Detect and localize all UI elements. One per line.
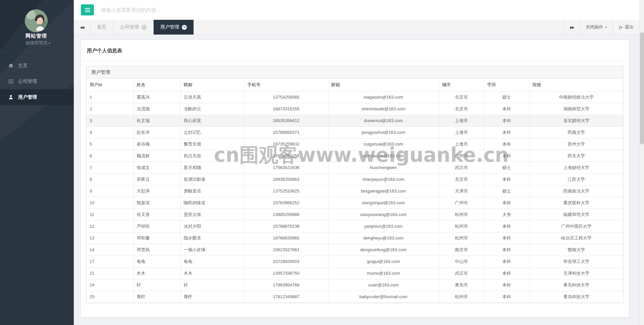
table-row[interactable]: 25青柠青柠17812345687babycoder@foxmail.com杭州… xyxy=(87,291,623,303)
cell: 16873315255 xyxy=(244,103,328,115)
cell: 杭州市 xyxy=(439,291,484,303)
cell: weimaocai@163.com xyxy=(328,150,439,162)
cell: 咖啡的味道 xyxy=(180,197,244,209)
close-icon[interactable]: ✕ xyxy=(182,25,187,30)
cell: 17812345687 xyxy=(244,291,328,303)
cell: 夏高兴 xyxy=(133,91,180,103)
table-row[interactable]: 3杜文瑞我心寂寞16535356412duwenrui@163.com上海市本科… xyxy=(87,115,623,126)
cell: 17563522636 xyxy=(244,162,328,173)
user-table-body: 1夏高兴云淡天高13754258565xiagaoxin@163.com北京市硕… xyxy=(87,91,623,303)
cell: 1 xyxy=(87,91,133,103)
cell: mumu@163.com xyxy=(328,267,439,279)
cell: 中山市 xyxy=(439,256,484,267)
cell: 天津市 xyxy=(439,185,484,197)
table-row[interactable]: 12严经纶冰封夕阳15788875236yanjinlun@163.com杭州市… xyxy=(87,220,623,232)
cell: 西北大学 xyxy=(529,150,623,162)
cell: 邵夜云 xyxy=(133,173,180,185)
topbar xyxy=(74,0,639,20)
cell: 冷酷的云 xyxy=(180,103,244,115)
cell: cuiguhuai@163.com xyxy=(328,138,439,150)
search-input[interactable] xyxy=(101,7,309,13)
cell: 邓和豫 xyxy=(133,232,180,244)
cell: 15785658371 xyxy=(244,126,328,138)
sidebar-item-users[interactable]: 用户管理 xyxy=(0,89,74,105)
table-row[interactable]: 7侯成文星月相随17563522636huochengwen武汉市硕士上海财经大… xyxy=(87,162,623,173)
cell: 一顿小皮锤 xyxy=(180,244,244,256)
tab-label: 首页 xyxy=(97,24,106,30)
table-row[interactable]: 21木木木木13957336750mumu@163.com武汉市本科天津科技大学 xyxy=(87,267,623,279)
cell: 16535356412 xyxy=(244,115,328,126)
logout-label: 退出 xyxy=(625,24,634,30)
tab-home[interactable]: 首页 xyxy=(90,20,113,35)
cell: 11 xyxy=(87,209,133,220)
table-row[interactable]: 13邓和豫隐水酣龙18766635865dengheyu@163.com杭州市本… xyxy=(87,232,623,244)
hamburger-icon[interactable] xyxy=(81,4,94,15)
table-row[interactable]: 14邓雪风一顿小皮锤15623527861dengxuefeng@163.com… xyxy=(87,244,623,256)
cell: 崔谷槐 xyxy=(133,138,180,150)
close-operations-dropdown[interactable]: 关闭操作 ▾ xyxy=(580,20,612,35)
cell: 哈尔滨工程大学 xyxy=(529,232,623,244)
cell: 18936258863 xyxy=(244,173,328,185)
content-area: 用户个人信息表 用户管理 用户Id姓名昵称手机号邮箱城市学历院校 1夏高兴云淡天… xyxy=(74,35,639,325)
sidebar-item-home[interactable]: 主页 xyxy=(0,58,74,73)
cell: dengheyu@163.com xyxy=(328,232,439,244)
cell: 北京市 xyxy=(439,173,484,185)
user-info-card: 用户个人信息表 用户管理 用户Id姓名昵称手机号邮箱城市学历院校 1夏高兴云淡天… xyxy=(80,40,629,317)
user-panel: 用户管理 用户Id姓名昵称手机号邮箱城市学历院校 1夏高兴云淡天高1375425… xyxy=(86,66,624,303)
table-row[interactable]: 10熊新觉咖啡的味道15763968252xiongxinjue@163.com… xyxy=(87,197,623,209)
column-header: 昵称 xyxy=(180,78,244,91)
table-row[interactable]: 6魏茂材风过无痕17898763255weimaocai@163.com广州市本… xyxy=(87,150,623,162)
cell: 25 xyxy=(87,291,133,303)
page-title: 用户个人信息表 xyxy=(81,40,629,61)
close-icon[interactable]: ✕ xyxy=(142,25,147,30)
user-table: 用户Id姓名昵称手机号邮箱城市学历院校 1夏高兴云淡天高13754258565x… xyxy=(87,78,623,303)
cell: guigui@163.com xyxy=(328,256,439,267)
sidebar-menu: 主页 公司管理 用户管理 xyxy=(0,52,74,105)
tabs-scroll-right-button[interactable]: ▶▶ xyxy=(564,20,580,35)
logout-button[interactable]: 退出 xyxy=(612,20,639,35)
cell: 本科 xyxy=(484,244,529,256)
tabs-scroll-left-button[interactable]: ◀◀ xyxy=(74,20,90,35)
table-row[interactable]: 4彭友卉尘封记忆15785658371pengyouhui@163.com上海市… xyxy=(87,126,623,138)
table-row[interactable]: 17龟龟龟龟15726928003guigui@163.com中山市本科华东理工… xyxy=(87,256,623,267)
table-row[interactable]: 8邵夜云低调沉默者18936258863shaoyeyun@163.com北京市… xyxy=(87,173,623,185)
cell: 龟龟 xyxy=(133,256,180,267)
cell: 本科 xyxy=(484,279,529,291)
cell: 南京市 xyxy=(439,244,484,256)
home-icon xyxy=(8,63,13,68)
cell: 风过无痕 xyxy=(180,150,244,162)
sidebar-item-company[interactable]: 公司管理 xyxy=(0,73,74,89)
cell: 杭州市 xyxy=(439,232,484,244)
table-row[interactable]: 24轩轩17863954768xuan@163.com青岛市本科青岛科技大学 xyxy=(87,279,623,291)
cell: 天津科技大学 xyxy=(529,267,623,279)
table-row[interactable]: 1夏高兴云淡天高13754258565xiagaoxin@163.com北京市硕… xyxy=(87,91,623,103)
cell: 17 xyxy=(87,256,133,267)
role-dropdown[interactable]: 超级管理员▾ xyxy=(0,40,74,46)
cell: 飘雪无垠 xyxy=(180,138,244,150)
cell: 方彭湃 xyxy=(133,185,180,197)
cell: 木木 xyxy=(133,267,180,279)
cell: 隐水酣龙 xyxy=(180,232,244,244)
column-header: 姓名 xyxy=(133,78,180,91)
cell: xiongxinjue@163.com xyxy=(328,197,439,209)
tab-company[interactable]: 公司管理 ✕ xyxy=(113,20,154,35)
scrollbar-thumb[interactable] xyxy=(640,32,644,145)
table-row[interactable]: 2沈茂德冷酷的云16873315255shenmaode@163.com北京市本… xyxy=(87,103,623,115)
scrollbar-track[interactable] xyxy=(639,0,644,325)
table-row[interactable]: 11肖又香悬世尘埃13685259986xiaoyouxiang@163.com… xyxy=(87,209,623,220)
cell: 梦醒童话 xyxy=(180,185,244,197)
cell: 9 xyxy=(87,185,133,197)
panel-title: 用户管理 xyxy=(87,66,623,78)
tab-users[interactable]: 用户管理 ✕ xyxy=(154,20,194,35)
table-row[interactable]: 9方彭湃梦醒童话13752533625fangpengpai@163.com天津… xyxy=(87,185,623,197)
cell: 17898763255 xyxy=(244,150,328,162)
cell: 上海财经大学 xyxy=(529,162,623,173)
cell: 重庆医科大学 xyxy=(529,197,623,209)
cell: 本科 xyxy=(484,103,529,115)
table-header-row: 用户Id姓名昵称手机号邮箱城市学历院校 xyxy=(87,78,623,91)
cell: xuan@163.com xyxy=(328,279,439,291)
cell: 云淡天高 xyxy=(180,91,244,103)
cell: 我心寂寞 xyxy=(180,115,244,126)
table-row[interactable]: 5崔谷槐飘雪无垠16735259632cuiguhuai@163.com上海市本… xyxy=(87,138,623,150)
cell: 本科 xyxy=(484,138,529,150)
